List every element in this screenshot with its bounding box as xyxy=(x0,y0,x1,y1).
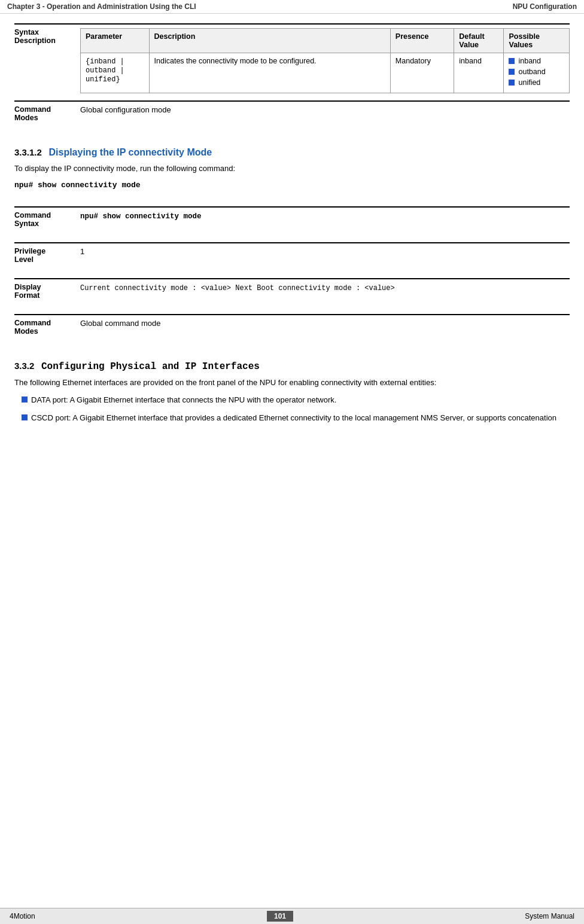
command-modes-2-section: CommandModes Global command mode xyxy=(14,314,570,336)
params-table: Parameter Description Presence DefaultVa… xyxy=(80,28,570,93)
divider-6 xyxy=(14,235,570,242)
divider-5 xyxy=(14,228,570,235)
footer-right: System Manual xyxy=(525,912,574,920)
header-bar: Chapter 3 - Operation and Administration… xyxy=(0,0,584,14)
col-possible-values: PossibleValues xyxy=(504,29,570,53)
privilege-level-section: PrivilegeLevel 1 xyxy=(14,242,570,264)
col-parameter: Parameter xyxy=(81,29,150,53)
divider-8 xyxy=(14,271,570,278)
divider-9 xyxy=(14,300,570,307)
syntax-description-label: Syntax Description xyxy=(14,23,80,93)
divider-10 xyxy=(14,307,570,314)
section-3312-heading: 3.3.1.2 Displaying the IP connectivity M… xyxy=(14,147,570,158)
possible-value-outband: outband xyxy=(509,68,564,76)
command-modes-1-section: CommandModes Global configuration mode xyxy=(14,100,570,122)
divider-2 xyxy=(14,122,570,129)
section-3312-body1: To display the IP connectivity mode, run… xyxy=(14,163,570,175)
main-content: Syntax Description Parameter Description… xyxy=(0,14,584,439)
command-syntax-2-label: CommandSyntax xyxy=(14,206,80,228)
bullet-icon-cscd xyxy=(22,414,28,420)
bullet-icon xyxy=(509,80,515,86)
bullet-icon xyxy=(509,58,515,64)
section-3312-title: Displaying the IP connectivity Mode xyxy=(49,147,212,157)
col-presence: Presence xyxy=(390,29,454,53)
section-3312-number: 3.3.1.2 xyxy=(14,147,42,157)
bullet-text-cscd-port: CSCD port: A Gigabit Ethernet interface … xyxy=(31,412,556,424)
section-332-heading: 3.3.2 Configuring Physical and IP Interf… xyxy=(14,361,570,372)
col-default-value: DefaultValue xyxy=(454,29,504,53)
command-modes-1-content: Global configuration mode xyxy=(80,100,570,122)
table-row: {inband |outband |unified} Indicates the… xyxy=(81,53,570,93)
header-right: NPU Configuration xyxy=(513,2,577,11)
section-332-bullets: DATA port: A Gigabit Ethernet interface … xyxy=(22,394,570,423)
privilege-level-label: PrivilegeLevel xyxy=(14,242,80,264)
cell-description: Indicates the connectivity mode to be co… xyxy=(149,53,390,93)
footer-page-number: 101 xyxy=(267,911,293,922)
command-syntax-2-content: npu# show connectivity mode xyxy=(80,206,570,228)
header-left: Chapter 3 - Operation and Administration… xyxy=(7,2,196,11)
bullet-icon xyxy=(509,69,515,75)
divider-3 xyxy=(14,129,570,136)
possible-value-unified: unified xyxy=(509,78,564,87)
bullet-item-data-port: DATA port: A Gigabit Ethernet interface … xyxy=(22,394,570,406)
bullet-item-cscd-port: CSCD port: A Gigabit Ethernet interface … xyxy=(22,412,570,424)
bullet-text-data-port: DATA port: A Gigabit Ethernet interface … xyxy=(31,394,336,406)
section-332-title: Configuring Physical and IP Interfaces xyxy=(41,361,260,372)
cell-parameter: {inband |outband |unified} xyxy=(81,53,150,93)
command-modes-2-content: Global command mode xyxy=(80,314,570,336)
cell-possible-values: inband outband unified xyxy=(504,53,570,93)
divider-4 xyxy=(14,199,570,206)
cell-presence: Mandatory xyxy=(390,53,454,93)
privilege-level-content: 1 xyxy=(80,242,570,264)
divider-12 xyxy=(14,343,570,350)
command-syntax-2-value: npu# show connectivity mode xyxy=(80,212,202,221)
bullet-icon-data xyxy=(22,397,28,402)
display-format-value: Current connectivity mode : <value> Next… xyxy=(80,284,395,292)
command-syntax-2-section: CommandSyntax npu# show connectivity mod… xyxy=(14,206,570,228)
section-3312-command-block: npu# show connectivity mode xyxy=(14,181,570,190)
footer: 4Motion 101 System Manual xyxy=(0,908,584,924)
section-3312-command: npu# show connectivity mode xyxy=(14,181,570,190)
divider-1 xyxy=(14,93,570,100)
col-description: Description xyxy=(149,29,390,53)
divider-11 xyxy=(14,336,570,343)
possible-value-inband: inband xyxy=(509,57,564,65)
divider-7 xyxy=(14,264,570,271)
syntax-description-section: Syntax Description Parameter Description… xyxy=(14,23,570,93)
command-modes-2-label: CommandModes xyxy=(14,314,80,336)
display-format-section: DisplayFormat Current connectivity mode … xyxy=(14,278,570,300)
section-332-body1: The following Ethernet interfaces are pr… xyxy=(14,377,570,389)
footer-left: 4Motion xyxy=(10,912,35,920)
cell-default-value: inband xyxy=(454,53,504,93)
command-modes-1-label: CommandModes xyxy=(14,100,80,122)
display-format-content: Current connectivity mode : <value> Next… xyxy=(80,278,570,300)
syntax-description-content: Parameter Description Presence DefaultVa… xyxy=(80,23,570,93)
section-332-number: 3.3.2 xyxy=(14,361,34,371)
display-format-label: DisplayFormat xyxy=(14,278,80,300)
